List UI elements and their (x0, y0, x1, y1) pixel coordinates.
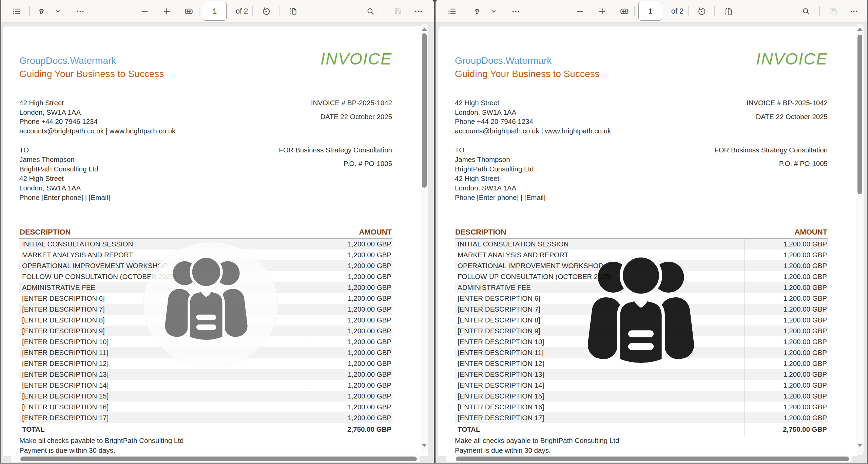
highlighter-button[interactable] (469, 4, 484, 19)
table-row: [ENTER DESCRIPTION 14]1,200.00 GBP (19, 380, 392, 391)
table-row: [ENTER DESCRIPTION 15]1,200.00 GBP (19, 391, 392, 402)
pdf-page[interactable]: GroupDocs.Watermark Guiding Your Busines… (3, 26, 428, 456)
toolbar-more-button[interactable] (846, 4, 861, 19)
horizontal-scroll-thumb[interactable] (20, 457, 417, 461)
company-address: 42 High Street London, SW1A 1AA Phone +4… (455, 98, 611, 135)
page-count-label: of 2 (231, 0, 253, 22)
table-row: [ENTER DESCRIPTION 15]1,200.00 GBP (455, 391, 828, 402)
scroll-down-button[interactable] (856, 442, 864, 449)
table-row: INITIAL CONSULTATION SESSION1,200.00 GBP (455, 239, 828, 249)
invoice-document: GroupDocs.Watermark Guiding Your Busines… (19, 26, 393, 456)
page-view-button[interactable] (721, 4, 736, 19)
invoice-date: DATE 22 October 2025 (311, 113, 392, 121)
horizontal-scrollbar[interactable] (11, 456, 420, 462)
brand-tagline: Guiding Your Business to Success (455, 69, 599, 79)
annotation-more-button[interactable] (73, 4, 88, 19)
window-divider[interactable] (434, 0, 436, 464)
search-button[interactable] (363, 4, 378, 19)
toc-button[interactable] (9, 4, 24, 19)
page-number-input[interactable] (638, 2, 662, 21)
page-count-label: of 2 (666, 0, 689, 22)
table-row: [ENTER DESCRIPTION 13]1,200.00 GBP (455, 369, 828, 380)
rotate-button[interactable] (694, 4, 709, 19)
horizontal-scrollbar[interactable] (446, 456, 852, 462)
brand-tagline: Guiding Your Business to Success (19, 69, 164, 79)
table-row: [ENTER DESCRIPTION 16]1,200.00 GBP (19, 402, 392, 412)
table-row: [ENTER DESCRIPTION 14]1,200.00 GBP (455, 380, 828, 391)
payment-terms: Make all checks payable to BrightPath Co… (19, 436, 184, 455)
invoice-document: GroupDocs.Watermark Guiding Your Busines… (455, 26, 829, 456)
zoom-in-button[interactable] (595, 4, 610, 19)
toolbar-divider (634, 6, 635, 16)
toolbar-divider (465, 6, 465, 16)
pdf-pane-right: of 2 GroupDocs.Watermark Guiding Your Bu… (436, 0, 868, 463)
invoice-date: DATE 22 October 2025 (747, 113, 828, 121)
zoom-out-button[interactable] (573, 4, 587, 19)
pdf-toolbar: of 2 (0, 0, 434, 23)
search-button[interactable] (798, 4, 813, 19)
payment-terms: Make all checks payable to BrightPath Co… (455, 436, 619, 455)
save-button[interactable] (390, 4, 405, 19)
pdf-page[interactable]: GroupDocs.Watermark Guiding Your Busines… (438, 26, 858, 456)
toolbar-divider (384, 6, 384, 16)
annotation-more-button[interactable] (508, 4, 523, 19)
fit-to-width-button[interactable] (181, 4, 196, 19)
table-row: [ENTER DESCRIPTION 13]1,200.00 GBP (19, 369, 392, 380)
invoice-meta: INVOICE # BP-2025-1042 DATE 22 October 2… (747, 99, 828, 121)
page-view-button[interactable] (285, 4, 300, 19)
highlighter-dropdown-button[interactable] (51, 4, 65, 19)
pdf-toolbar: of 2 (436, 0, 868, 23)
rotate-button[interactable] (258, 4, 273, 19)
scroll-down-button[interactable] (421, 442, 428, 449)
vertical-scroll-thumb[interactable] (857, 35, 862, 194)
toolbar-divider (29, 6, 30, 16)
table-header: DESCRIPTION AMOUNT (19, 226, 392, 239)
brand-title: GroupDocs.Watermark (455, 55, 552, 66)
groupdocs-watermark-icon (581, 250, 700, 368)
zoom-out-button[interactable] (137, 4, 152, 19)
toc-button[interactable] (444, 4, 459, 19)
vertical-scroll-thumb[interactable] (422, 33, 427, 188)
for-block: FOR Business Strategy Consultation P.O. … (279, 146, 392, 168)
toolbar-more-button[interactable] (411, 4, 426, 19)
toolbar-divider (199, 6, 199, 16)
highlighter-button[interactable] (34, 4, 49, 19)
vertical-scrollbar[interactable] (856, 24, 864, 455)
table-row: [ENTER DESCRIPTION 16]1,200.00 GBP (455, 402, 828, 412)
total-row: TOTAL 2,750.00 GBP (455, 423, 828, 435)
for-line: FOR Business Strategy Consultation (714, 146, 828, 154)
scroll-up-button[interactable] (856, 26, 864, 33)
highlighter-dropdown-button[interactable] (486, 4, 501, 19)
scroll-up-button[interactable] (421, 26, 428, 33)
table-row: [ENTER DESCRIPTION 17]1,200.00 GBP (19, 412, 392, 423)
pdf-pane-left: of 2 GroupDocs.Watermark Guiding Your Bu… (0, 0, 434, 463)
window-edge (0, 0, 1, 464)
company-address: 42 High Street London, SW1A 1AA Phone +4… (19, 98, 175, 135)
toolbar-divider (252, 6, 253, 16)
vertical-scrollbar[interactable] (421, 24, 428, 455)
page-number-input[interactable] (203, 2, 227, 21)
for-block: FOR Business Strategy Consultation P.O. … (714, 146, 828, 168)
toolbar-divider (819, 6, 820, 16)
horizontal-scroll-thumb[interactable] (456, 457, 849, 461)
for-line: FOR Business Strategy Consultation (279, 146, 392, 154)
save-button[interactable] (826, 4, 841, 19)
toolbar-divider (279, 6, 279, 16)
invoice-meta: INVOICE # BP-2025-1042 DATE 22 October 2… (311, 99, 392, 121)
po-number: P.O. # PO-1005 (714, 160, 828, 168)
toolbar-divider (688, 6, 689, 16)
invoice-number: INVOICE # BP-2025-1042 (311, 99, 392, 107)
zoom-in-button[interactable] (159, 4, 174, 19)
toolbar-divider (714, 6, 715, 16)
brand-title: GroupDocs.Watermark (19, 55, 116, 66)
po-number: P.O. # PO-1005 (279, 160, 392, 168)
invoice-number: INVOICE # BP-2025-1042 (747, 99, 828, 107)
document-type-heading: INVOICE (321, 50, 392, 68)
bill-to-block: TO James Thompson BrightPath Consulting … (19, 145, 110, 202)
document-type-heading: INVOICE (756, 50, 828, 68)
total-row: TOTAL 2,750.00 GBP (19, 423, 392, 435)
groupdocs-watermark-icon (163, 253, 249, 344)
fit-to-width-button[interactable] (617, 4, 632, 19)
table-row: [ENTER DESCRIPTION 17]1,200.00 GBP (455, 412, 828, 423)
bill-to-block: TO James Thompson BrightPath Consulting … (455, 145, 545, 202)
